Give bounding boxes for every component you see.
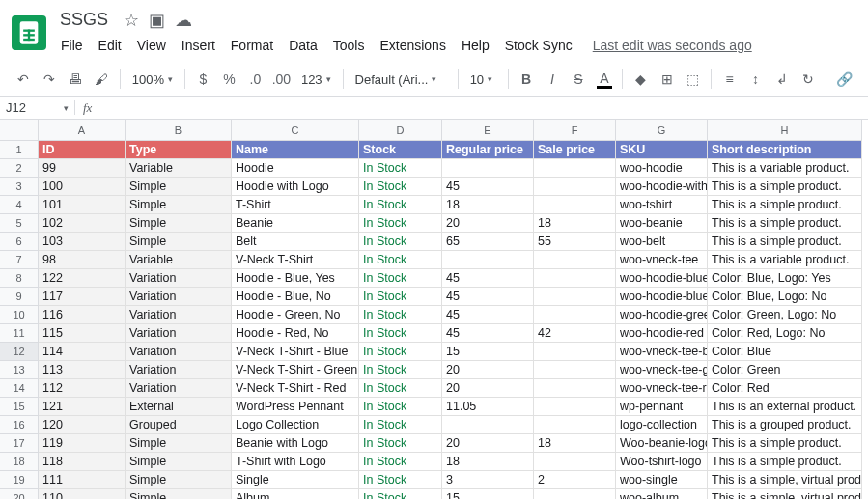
row-header[interactable]: 13 [0, 361, 39, 379]
cell[interactable]: 55 [534, 233, 616, 251]
cell[interactable]: Hoodie - Blue, No [232, 288, 359, 306]
cell[interactable]: Variation [126, 343, 232, 361]
cell[interactable]: In Stock [359, 379, 442, 398]
cell[interactable]: 118 [39, 453, 126, 471]
cell[interactable]: woo-single [616, 471, 708, 489]
borders-button[interactable]: ⊞ [655, 67, 679, 92]
cell[interactable]: In Stock [359, 214, 442, 233]
cell[interactable]: 114 [39, 343, 126, 361]
horizontal-align-button[interactable]: ≡ [717, 67, 742, 92]
menu-data[interactable]: Data [282, 34, 324, 57]
cell[interactable]: woo-hoodie-blue [616, 288, 708, 306]
cell[interactable]: In Stock [359, 251, 442, 269]
cell[interactable]: Hoodie with Logo [232, 178, 359, 196]
row-header[interactable]: 17 [0, 434, 39, 453]
cell[interactable]: 20 [442, 379, 534, 398]
select-all-corner[interactable] [0, 120, 39, 141]
row-header[interactable]: 12 [0, 343, 39, 361]
cell[interactable]: 103 [39, 233, 126, 251]
col-header-F[interactable]: F [534, 120, 616, 141]
cell[interactable]: In Stock [359, 398, 442, 416]
col-header-G[interactable]: G [616, 120, 708, 141]
menu-edit[interactable]: Edit [92, 34, 128, 57]
cell[interactable]: In Stock [359, 416, 442, 434]
cell[interactable]: Variation [126, 269, 232, 288]
cell[interactable]: 100 [39, 178, 126, 196]
cell[interactable]: Logo Collection [232, 416, 359, 434]
cell[interactable]: V-Neck T-Shirt - Green [232, 361, 359, 379]
row-header[interactable]: 20 [0, 489, 39, 499]
edit-status[interactable]: Last edit was seconds ago [593, 38, 752, 53]
font-size-select[interactable]: 10 [464, 67, 502, 92]
paint-format-button[interactable]: 🖌 [90, 67, 114, 92]
cell[interactable]: woo-tshirt [616, 196, 708, 214]
cell[interactable]: woo-album [616, 489, 708, 499]
col-header-E[interactable]: E [442, 120, 534, 141]
cell[interactable]: In Stock [359, 324, 442, 343]
cell[interactable]: Variable [126, 159, 232, 178]
cell[interactable]: This is a variable product. [708, 251, 862, 269]
header-name[interactable]: Name [232, 141, 359, 159]
cell[interactable]: 15 [442, 489, 534, 499]
bold-button[interactable]: B [514, 67, 538, 92]
cell[interactable] [534, 288, 616, 306]
cell[interactable]: woo-hoodie-with [616, 178, 708, 196]
header-sale-price[interactable]: Sale price [534, 141, 616, 159]
cell[interactable]: 18 [442, 196, 534, 214]
cell[interactable]: Color: Red, Logo: No [708, 324, 862, 343]
cell[interactable]: WordPress Pennant [232, 398, 359, 416]
cell[interactable]: In Stock [359, 233, 442, 251]
cell[interactable]: 45 [442, 178, 534, 196]
header-type[interactable]: Type [126, 141, 232, 159]
cell[interactable]: This is a simple product. [708, 214, 862, 233]
cell[interactable] [534, 343, 616, 361]
row-header[interactable]: 7 [0, 251, 39, 269]
cell[interactable]: woo-vneck-tee [616, 251, 708, 269]
cell[interactable]: Woo-beanie-logo [616, 434, 708, 453]
row-header[interactable]: 18 [0, 453, 39, 471]
col-header-B[interactable]: B [126, 120, 232, 141]
cell[interactable] [534, 196, 616, 214]
cell[interactable]: In Stock [359, 159, 442, 178]
cell[interactable]: 45 [442, 306, 534, 324]
cell[interactable]: wp-pennant [616, 398, 708, 416]
cell[interactable]: woo-hoodie-blue [616, 269, 708, 288]
cell[interactable]: 110 [39, 489, 126, 499]
cell[interactable]: 3 [442, 471, 534, 489]
cell[interactable]: Color: Green, Logo: No [708, 306, 862, 324]
cell[interactable]: 20 [442, 434, 534, 453]
row-header[interactable]: 2 [0, 159, 39, 178]
fill-color-button[interactable]: ◆ [629, 67, 653, 92]
cell[interactable]: 18 [534, 434, 616, 453]
row-header[interactable]: 15 [0, 398, 39, 416]
cell[interactable] [534, 178, 616, 196]
cell[interactable]: T-Shirt [232, 196, 359, 214]
cell[interactable]: 115 [39, 324, 126, 343]
increase-decimal-button[interactable]: .00 [269, 67, 294, 92]
menu-tools[interactable]: Tools [326, 34, 372, 57]
row-header[interactable]: 4 [0, 196, 39, 214]
currency-button[interactable]: $ [191, 67, 215, 92]
cell[interactable]: Hoodie - Blue, Yes [232, 269, 359, 288]
header-regular-price[interactable]: Regular price [442, 141, 534, 159]
cell[interactable]: This is a simple product. [708, 233, 862, 251]
cell[interactable]: 101 [39, 196, 126, 214]
cell[interactable]: In Stock [359, 288, 442, 306]
wrap-button[interactable]: ↲ [770, 67, 794, 92]
cell[interactable]: Color: Blue, Logo: No [708, 288, 862, 306]
cell[interactable]: This is a simple product. [708, 178, 862, 196]
cell[interactable]: 65 [442, 233, 534, 251]
menu-insert[interactable]: Insert [175, 34, 222, 57]
cell[interactable]: In Stock [359, 489, 442, 499]
cell[interactable]: 98 [39, 251, 126, 269]
zoom-select[interactable]: 100% [126, 67, 179, 92]
cell[interactable]: Variation [126, 288, 232, 306]
cell[interactable] [534, 416, 616, 434]
cell[interactable]: 11.05 [442, 398, 534, 416]
row-header[interactable]: 16 [0, 416, 39, 434]
cell[interactable]: Hoodie [232, 159, 359, 178]
text-color-button[interactable]: A [592, 67, 616, 92]
decrease-decimal-button[interactable]: .0 [243, 67, 267, 92]
sheets-logo[interactable] [12, 15, 46, 50]
cell[interactable]: 18 [442, 453, 534, 471]
